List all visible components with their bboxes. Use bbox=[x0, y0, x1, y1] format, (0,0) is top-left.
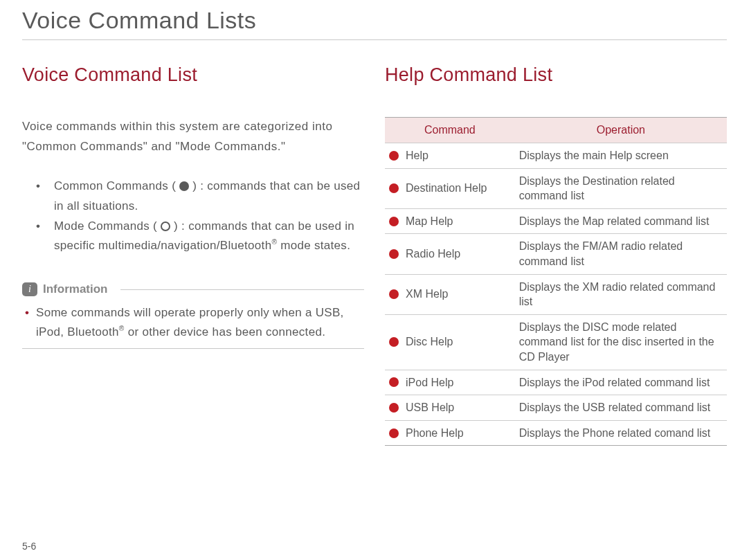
common-commands-text-pre: Common Commands ( bbox=[54, 179, 179, 192]
table-row: Help Displays the main Help screen bbox=[385, 143, 727, 169]
mode-commands-bullet: Mode Commands ( ) : commands that can be… bbox=[35, 217, 364, 257]
mode-commands-text-pre: Mode Commands ( bbox=[54, 219, 161, 233]
voice-command-list-heading: Voice Command List bbox=[22, 64, 364, 86]
operation-cell: Displays the Phone related comand list bbox=[515, 420, 727, 446]
red-dot-icon bbox=[389, 428, 399, 438]
red-dot-icon bbox=[389, 337, 399, 347]
operation-cell: Displays the iPod related command list bbox=[515, 370, 727, 395]
information-header: i Information bbox=[22, 282, 364, 296]
operation-column-header: Operation bbox=[515, 118, 727, 143]
command-types-list: Common Commands ( ) : commands that can … bbox=[22, 177, 364, 257]
operation-cell: Displays the DISC mode related command l… bbox=[515, 314, 727, 370]
table-row: Destination Help Displays the Destinatio… bbox=[385, 168, 727, 208]
operation-cell: Displays the XM radio related command li… bbox=[515, 274, 727, 314]
table-header-row: Command Operation bbox=[385, 118, 727, 143]
hollow-circle-icon bbox=[161, 222, 170, 231]
command-cell: Phone Help bbox=[406, 426, 464, 441]
help-command-table: Command Operation Help Displays the main… bbox=[385, 117, 727, 446]
command-cell: Map Help bbox=[406, 214, 453, 229]
two-column-layout: Voice Command List Voice commands within… bbox=[22, 64, 727, 446]
command-cell: Disc Help bbox=[406, 334, 453, 350]
red-dot-icon bbox=[389, 289, 399, 299]
red-dot-icon bbox=[389, 249, 399, 259]
common-commands-bullet: Common Commands ( ) : commands that can … bbox=[35, 177, 364, 217]
command-cell: Destination Help bbox=[406, 181, 487, 196]
intro-paragraph: Voice commands within this system are ca… bbox=[22, 117, 364, 157]
page-title: Voice Command Lists bbox=[22, 7, 727, 40]
page-number: 5-6 bbox=[22, 541, 36, 552]
information-label: Information bbox=[43, 282, 108, 296]
mode-commands-text-post-b: mode states. bbox=[277, 239, 350, 252]
operation-cell: Displays the Destination related command… bbox=[515, 168, 727, 208]
operation-cell: Displays the FM/AM radio related command… bbox=[515, 234, 727, 274]
table-row: XM Help Displays the XM radio related co… bbox=[385, 274, 727, 314]
table-row: Map Help Displays the Map related comman… bbox=[385, 208, 727, 234]
red-dot-icon bbox=[389, 151, 399, 161]
command-cell: XM Help bbox=[406, 287, 448, 302]
command-cell: USB Help bbox=[406, 400, 454, 415]
red-dot-icon bbox=[389, 403, 399, 413]
information-text-b: or other device has been connected. bbox=[125, 325, 326, 338]
operation-cell: Displays the USB related command list bbox=[515, 395, 727, 421]
red-dot-icon bbox=[389, 217, 399, 226]
operation-cell: Displays the Map related command list bbox=[515, 208, 727, 234]
command-cell: Radio Help bbox=[406, 246, 460, 262]
command-cell: Help bbox=[406, 148, 428, 163]
help-command-list-heading: Help Command List bbox=[385, 64, 727, 86]
divider-line bbox=[120, 289, 365, 290]
registered-mark: ® bbox=[119, 325, 125, 332]
info-icon: i bbox=[22, 282, 37, 296]
command-cell: iPod Help bbox=[406, 375, 453, 390]
command-column-header: Command bbox=[385, 118, 515, 143]
table-row: USB Help Displays the USB related comman… bbox=[385, 395, 727, 421]
table-row: iPod Help Displays the iPod related comm… bbox=[385, 370, 727, 395]
information-text: Some commands will operate properly only… bbox=[22, 303, 364, 341]
red-dot-icon bbox=[389, 377, 399, 387]
left-column: Voice Command List Voice commands within… bbox=[22, 64, 364, 446]
right-column: Help Command List Command Operation Help… bbox=[385, 64, 727, 446]
operation-cell: Displays the main Help screen bbox=[515, 143, 727, 169]
filled-circle-icon bbox=[179, 181, 189, 191]
table-row: Phone Help Displays the Phone related co… bbox=[385, 420, 727, 446]
table-row: Disc Help Displays the DISC mode related… bbox=[385, 314, 727, 370]
table-row: Radio Help Displays the FM/AM radio rela… bbox=[385, 234, 727, 274]
information-block: Some commands will operate properly only… bbox=[22, 303, 364, 348]
red-dot-icon bbox=[389, 183, 399, 193]
